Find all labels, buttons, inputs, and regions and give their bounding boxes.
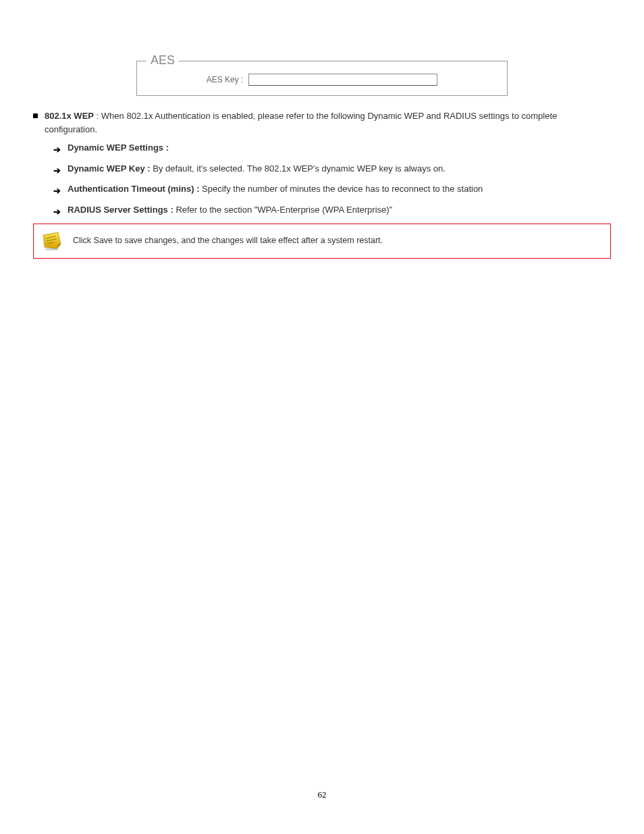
item-label: Dynamic WEP Settings : <box>68 142 169 153</box>
arrow-right-icon: ➔ <box>53 205 61 219</box>
sub-list: ➔ Dynamic WEP Settings : ➔ Dynamic WEP K… <box>53 141 611 218</box>
item-label: Authentication Timeout (mins) : <box>68 184 199 194</box>
aes-key-label: AES Key : <box>207 75 244 84</box>
document-page: AES AES Key : 802.1x WEP : When 802.1x A… <box>0 0 644 834</box>
item-rest: Specify the number of minutes the device… <box>199 184 483 194</box>
aes-fieldset-figure: AES AES Key : <box>136 61 508 96</box>
note-icon <box>41 231 63 251</box>
item-rest: By default, it's selected. The 802.1x WE… <box>151 163 446 174</box>
note-callout: Click Save to save changes, and the chan… <box>33 224 611 259</box>
section-title-label: 802.1x WEP <box>45 111 94 121</box>
content-block: 802.1x WEP : When 802.1x Authentication … <box>30 109 614 259</box>
section-title-rest: : When 802.1x Authentication is enabled,… <box>45 111 557 134</box>
square-bullet-icon <box>33 113 38 118</box>
list-item: ➔ Authentication Timeout (mins) : Specif… <box>53 182 611 198</box>
section-heading-row: 802.1x WEP : When 802.1x Authentication … <box>33 109 611 136</box>
aes-key-input[interactable] <box>248 74 437 86</box>
arrow-right-icon: ➔ <box>53 184 61 198</box>
arrow-right-icon: ➔ <box>53 143 61 157</box>
aes-legend: AES <box>146 53 179 68</box>
list-item: ➔ RADIUS Server Settings : Refer to the … <box>53 203 611 219</box>
page-number: 62 <box>0 789 644 800</box>
aes-field-row: AES Key : <box>151 74 493 86</box>
list-item-text: Dynamic WEP Settings : <box>68 141 169 155</box>
svg-point-0 <box>45 248 59 251</box>
list-item: ➔ Dynamic WEP Settings : <box>53 141 611 157</box>
list-item: ➔ Dynamic WEP Key : By default, it's sel… <box>53 162 611 178</box>
list-item-text: RADIUS Server Settings : Refer to the se… <box>68 203 392 217</box>
arrow-right-icon: ➔ <box>53 164 61 178</box>
item-label: RADIUS Server Settings : <box>68 205 173 215</box>
item-rest: Refer to the section "WPA-Enterprise (WP… <box>173 205 392 215</box>
note-text: Click Save to save changes, and the chan… <box>73 235 383 247</box>
section-heading-text: 802.1x WEP : When 802.1x Authentication … <box>45 109 611 136</box>
list-item-text: Dynamic WEP Key : By default, it's selec… <box>68 162 446 176</box>
list-item-text: Authentication Timeout (mins) : Specify … <box>68 182 483 196</box>
item-label: Dynamic WEP Key : <box>68 163 151 174</box>
